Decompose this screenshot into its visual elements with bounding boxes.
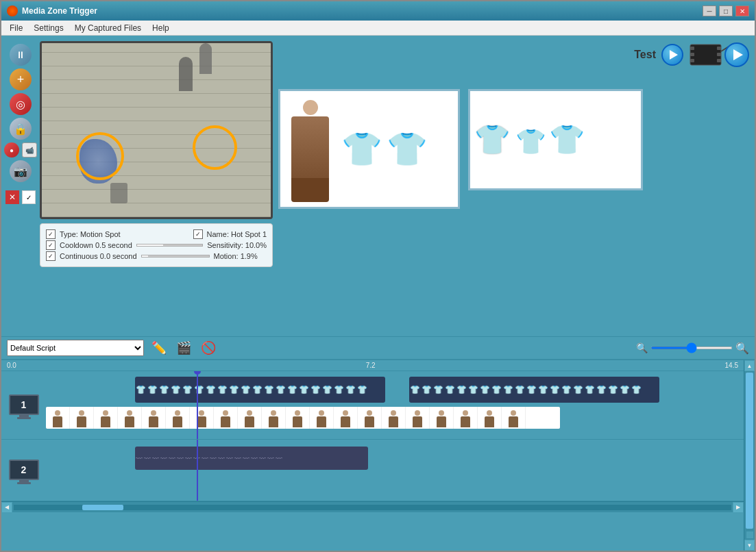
toolbar-area: Default Script ✏️ 🎬 🚫 🔍 🔍 (1, 336, 755, 359)
scroll-left-button[interactable]: ◀ (1, 502, 12, 513)
title-bar: Media Zone Trigger ─ □ ✕ (1, 1, 755, 21)
menu-captured-files[interactable]: My Captured Files (69, 22, 147, 34)
ruler-middle: 7.2 (366, 362, 376, 369)
image-panels-container: 👕 👕 👕 👕 👕 (278, 89, 749, 209)
motion-slider[interactable] (141, 255, 210, 258)
track-2-content: 〰 〰 〰 〰 〰 〰 〰 〰 〰 〰 〰 〰 (46, 440, 744, 501)
app-icon (7, 5, 18, 16)
scroll-track (14, 505, 731, 510)
image-panel-2: 👕 👕 👕 (468, 89, 643, 190)
delete-hotspot-button[interactable]: ✕ (5, 190, 19, 204)
center-right-area: Test (278, 41, 749, 331)
menu-help[interactable]: Help (147, 22, 175, 34)
film-strip-svg (689, 41, 730, 68)
film-play-button[interactable] (724, 42, 749, 67)
scroll-right-button[interactable]: ▶ (733, 502, 744, 513)
test-controls: Test (634, 41, 749, 68)
top-area: ⏸ + ◎ 🔒 ● 📹 📷 ✕ ✓ (1, 36, 755, 336)
motion-circle-2 (193, 125, 237, 170)
motion-label: Motion: 1.9% (214, 252, 258, 260)
test-label: Test (634, 49, 656, 61)
svg-rect-6 (717, 59, 721, 62)
pause-button[interactable]: ⏸ (10, 44, 32, 66)
track-1-content: 👕 👕 👕 👕 👕 👕 👕 👕 👕 👕 (46, 371, 744, 439)
zoom-in-icon[interactable]: 🔍 (735, 342, 749, 355)
menu-bar: File Settings My Captured Files Help (1, 21, 755, 36)
cooldown-slider[interactable] (136, 244, 203, 247)
film-strip-icon (689, 41, 749, 68)
scroll-down-button[interactable]: ▼ (744, 540, 755, 551)
tshirts-group-2: 👕 👕 (515, 125, 585, 154)
zoom-out-icon[interactable]: 🔍 (636, 342, 648, 353)
hotspot-type-row: ✓ Type: Motion Spot ✓ Name: Hot Spot 1 (46, 229, 267, 239)
timeline-area: 0.0 7.2 14.5 1 (1, 359, 755, 551)
tshirt-navy-1: 👕 (515, 129, 546, 154)
track-1-container: 1 👕 👕 👕 (1, 371, 744, 440)
camera-button[interactable]: 📷 (10, 160, 32, 182)
menu-file[interactable]: File (4, 22, 28, 34)
tshirts-group-1: 👕 👕 (341, 133, 428, 166)
image-panel-1: 👕 👕 (278, 89, 460, 209)
svg-rect-1 (690, 47, 694, 50)
continuous-label: Continuous 0.0 second (60, 252, 137, 260)
svg-rect-2 (690, 53, 694, 56)
cooldown-checkbox[interactable]: ✓ (46, 240, 56, 250)
minimize-button[interactable]: ─ (703, 5, 716, 16)
film-frames-1a: 👕 👕 👕 👕 👕 👕 👕 👕 👕 👕 (135, 377, 368, 403)
zoom-slider[interactable] (650, 347, 733, 349)
record-indicator[interactable]: 📹 (22, 142, 37, 158)
window-title: Media Zone Trigger (22, 6, 703, 16)
presenter-figure (284, 96, 336, 202)
window-controls: ─ □ ✕ (703, 5, 749, 16)
svg-rect-3 (690, 59, 694, 62)
tshirt-dark-1: 👕 (341, 133, 382, 166)
remove-media-button[interactable]: 🚫 (199, 340, 218, 356)
sensitivity-label: Sensitivity: 10.0% (207, 241, 267, 249)
film-play-triangle (733, 49, 743, 60)
edit-script-button[interactable]: ✏️ (149, 340, 169, 356)
zoom-controls: 🔍 🔍 (636, 342, 749, 355)
svg-rect-5 (717, 53, 721, 56)
ruler-end: 14.5 (725, 362, 738, 369)
motion-button[interactable]: ◎ (10, 93, 32, 115)
lock-button[interactable]: 🔒 (10, 118, 32, 140)
svg-rect-4 (717, 47, 721, 50)
video-feed (40, 41, 273, 219)
ruler-start: 0.0 (7, 362, 16, 369)
name-checkbox[interactable]: ✓ (193, 229, 203, 239)
timeline-scrollbar-v: ▲ ▼ (744, 360, 755, 551)
type-checkbox[interactable]: ✓ (46, 229, 56, 239)
main-content: ⏸ + ◎ 🔒 ● 📹 📷 ✕ ✓ (1, 36, 755, 551)
hotspot-continuous-row: ✓ Continuous 0.0 second Motion: 1.9% (46, 251, 267, 261)
main-window: Media Zone Trigger ─ □ ✕ File Settings M… (0, 0, 756, 552)
test-play-triangle (670, 50, 678, 60)
monitor-1-icon: 1 (9, 394, 39, 415)
name-label: Name: Hot Spot 1 (207, 230, 267, 238)
script-select[interactable]: Default Script (7, 340, 144, 356)
add-media-button[interactable]: 🎬 (174, 340, 193, 356)
close-button[interactable]: ✕ (735, 5, 749, 16)
test-play-button[interactable] (661, 44, 683, 66)
track-1-monitor: 1 (1, 371, 46, 439)
video-panel: ✓ Type: Motion Spot ✓ Name: Hot Spot 1 ✓… (40, 41, 273, 331)
continuous-checkbox[interactable]: ✓ (46, 251, 56, 261)
scroll-thumb[interactable] (82, 505, 123, 510)
scroll-thumb-v[interactable] (746, 373, 753, 529)
menu-settings[interactable]: Settings (28, 22, 69, 34)
cooldown-label: Cooldown 0.5 second (60, 241, 132, 249)
left-sidebar: ⏸ + ◎ 🔒 ● 📹 📷 ✕ ✓ (7, 41, 34, 331)
film-track-1b: 👕 👕 👕 👕 👕 👕 👕 👕 👕 👕 👕 (409, 377, 659, 403)
svg-rect-0 (690, 45, 721, 65)
tshirt-dark-2: 👕 (387, 133, 428, 166)
monitor-2-icon: 2 (9, 460, 39, 480)
maximize-button[interactable]: □ (719, 5, 733, 16)
hotspot-checkbox[interactable]: ✓ (22, 190, 36, 204)
playhead-2 (197, 440, 198, 501)
add-zone-button[interactable]: + (10, 68, 32, 90)
track-2-monitor: 2 (1, 440, 46, 501)
playhead (197, 371, 198, 439)
film-track-1a: 👕 👕 👕 👕 👕 👕 👕 👕 👕 👕 (135, 377, 385, 403)
record-button[interactable]: ● (4, 142, 19, 158)
scroll-up-button[interactable]: ▲ (744, 360, 755, 371)
hotspot-info-panel: ✓ Type: Motion Spot ✓ Name: Hot Spot 1 ✓… (40, 223, 273, 267)
